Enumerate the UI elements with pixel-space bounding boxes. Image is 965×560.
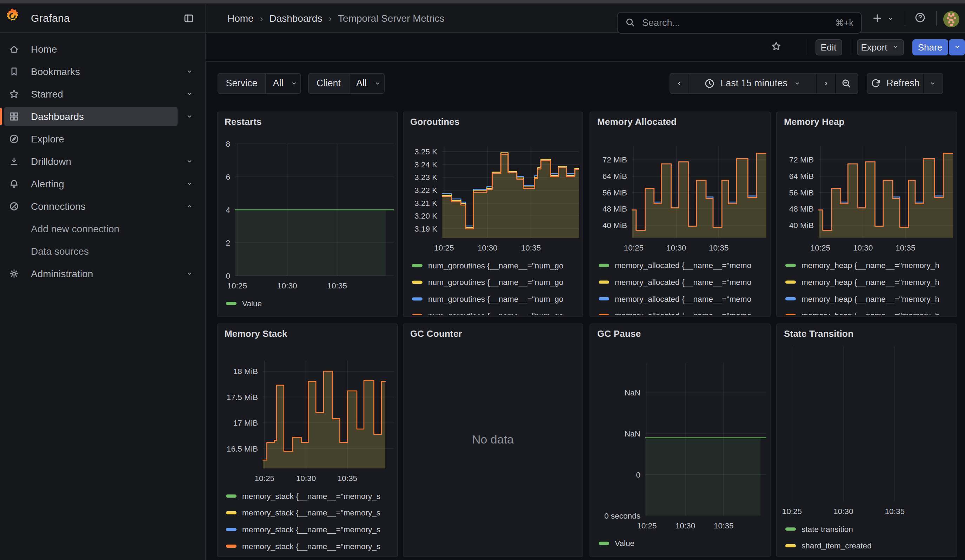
breadcrumb-separator: ›: [329, 13, 332, 23]
compass-icon: [8, 133, 20, 144]
client-filter[interactable]: Client All: [308, 73, 384, 94]
gear-icon: [8, 268, 20, 279]
chevron-down-icon[interactable]: [185, 157, 194, 165]
legend-item: shard_item_created: [801, 541, 872, 550]
svg-text:10:35: 10:35: [714, 521, 734, 530]
zoom-out-button[interactable]: [835, 73, 858, 93]
help-icon[interactable]: [914, 12, 926, 23]
svg-text:10:35: 10:35: [896, 243, 916, 252]
sidebar-item-bookmarks[interactable]: Bookmarks: [4, 61, 178, 81]
edit-button[interactable]: Edit: [815, 39, 842, 55]
sidebar-item-drilldown[interactable]: Drilldown: [4, 151, 178, 171]
grafana-logo-icon[interactable]: [5, 7, 20, 24]
svg-text:17.5 MiB: 17.5 MiB: [227, 393, 258, 402]
chevron-down-icon[interactable]: [185, 269, 194, 278]
svg-text:10:25: 10:25: [811, 243, 831, 252]
sidebar-item-home[interactable]: Home: [4, 39, 178, 59]
share-menu-button[interactable]: [949, 39, 965, 55]
svg-text:40 MiB: 40 MiB: [602, 221, 627, 230]
svg-text:40 MiB: 40 MiB: [789, 221, 814, 230]
panel-restarts: Restarts0246810:2510:3010:35Value: [217, 112, 397, 317]
legend-item: memory_stack {__name__="memory_s: [242, 491, 380, 500]
chevron-down-icon[interactable]: [185, 112, 194, 120]
legend-item: memory_heap {__name__="memory_h: [801, 261, 939, 270]
time-back-button[interactable]: [670, 73, 688, 93]
svg-text:72 MiB: 72 MiB: [602, 155, 627, 164]
chevron-down-icon[interactable]: [185, 67, 194, 75]
chevron-left-icon: [675, 79, 683, 87]
breadcrumb-home[interactable]: Home: [227, 13, 254, 24]
sidebar-item-add-new-connection[interactable]: Add new connection: [4, 219, 178, 238]
sidebar-item-label: Administration: [31, 268, 93, 279]
sidebar-item-administration[interactable]: Administration: [4, 263, 178, 283]
time-range-picker[interactable]: Last 15 minutes: [688, 73, 816, 93]
sidebar-item-starred[interactable]: Starred: [4, 84, 178, 103]
refresh-button[interactable]: Refresh: [867, 73, 922, 93]
chevron-down-icon: [953, 43, 961, 51]
panel-mem-heap: Memory Heap40 MiB48 MiB56 MiB64 MiB72 Mi…: [776, 112, 957, 317]
sidebar-item-alerting[interactable]: Alerting: [4, 174, 178, 193]
breadcrumb: Home › Dashboards › Temporal Server Metr…: [227, 4, 445, 32]
sidebar-item-data-sources[interactable]: Data sources: [4, 241, 178, 261]
export-button[interactable]: Export: [857, 39, 904, 55]
svg-text:10:30: 10:30: [853, 243, 873, 252]
sidebar-item-label: Home: [31, 43, 57, 54]
chevron-down-icon: [891, 43, 900, 51]
chevron-down-icon[interactable]: [886, 15, 895, 23]
zoom-out-icon: [841, 78, 852, 89]
chevron-down-icon: [290, 79, 298, 87]
svg-text:10:30: 10:30: [666, 243, 686, 252]
share-button[interactable]: Share: [913, 39, 948, 55]
legend-item: memory_heap {__name__="memory_h: [801, 278, 939, 287]
panel-gc-counter: GC CounterNo data: [402, 323, 583, 557]
svg-text:10:35: 10:35: [885, 507, 905, 516]
refresh-controls: Refresh: [867, 73, 943, 94]
time-controls: Last 15 minutes: [669, 73, 858, 94]
breadcrumb-dashboards[interactable]: Dashboards: [269, 13, 322, 24]
sidebar-item-label: Alerting: [31, 178, 64, 189]
svg-text:10:35: 10:35: [338, 474, 358, 482]
add-icon[interactable]: [872, 13, 883, 24]
refresh-interval-button[interactable]: [922, 73, 942, 93]
favorite-star-icon[interactable]: [770, 41, 782, 52]
svg-text:3.22 K: 3.22 K: [414, 186, 437, 195]
nav-divider: [936, 11, 937, 26]
sidebar-item-label: Explore: [31, 133, 64, 144]
search-input[interactable]: Search... ⌘+k: [617, 11, 862, 33]
chevron-down-icon: [929, 79, 937, 87]
sidebar-item-label: Bookmarks: [31, 65, 80, 77]
service-filter[interactable]: Service All: [217, 73, 301, 94]
legend-item: memory_allocated {__name__="memo: [615, 261, 751, 270]
chart-mem-heap: 40 MiB48 MiB56 MiB64 MiB72 MiB10:2510:30…: [782, 116, 953, 315]
time-forward-button[interactable]: [816, 73, 835, 93]
legend-item: Value: [242, 299, 262, 308]
legend-item: Value: [615, 539, 635, 547]
home-icon: [8, 43, 20, 54]
refresh-label: Refresh: [886, 78, 920, 88]
sidebar-item-dashboards[interactable]: Dashboards: [4, 106, 178, 126]
legend-item: memory_allocated {__name__="memo: [615, 295, 751, 304]
sidebar-item-explore[interactable]: Explore: [4, 129, 178, 149]
chevron-down-icon[interactable]: [185, 90, 194, 98]
client-filter-value: All: [356, 78, 367, 88]
collapse-sidebar-icon[interactable]: [183, 13, 195, 24]
chart-state-transition: 10:2510:3010:35state transitionshard_ite…: [782, 328, 953, 555]
legend-item: num_goroutines {__name__="num_go: [428, 278, 563, 287]
svg-text:6: 6: [226, 173, 230, 181]
clock-icon: [703, 78, 715, 89]
product-name: Grafana: [31, 4, 70, 32]
legend-item: memory_allocated {__name__="memo: [615, 311, 751, 315]
chevron-down-icon[interactable]: [185, 179, 194, 188]
bookmark-icon: [8, 65, 20, 77]
panel-state-transition: State Transition10:2510:3010:35state tra…: [776, 323, 957, 557]
svg-text:2: 2: [226, 238, 230, 247]
svg-text:3.25 K: 3.25 K: [414, 147, 437, 156]
chevron-up-icon[interactable]: [185, 202, 194, 210]
toolbar-divider: [806, 39, 806, 55]
search-placeholder: Search...: [642, 17, 680, 28]
grid-icon: [8, 111, 20, 122]
sidebar-item-connections[interactable]: Connections: [4, 196, 178, 216]
avatar[interactable]: [943, 11, 959, 27]
svg-text:10:25: 10:25: [254, 474, 275, 482]
chart-goroutines: 3.19 K3.20 K3.21 K3.22 K3.23 K3.24 K3.25…: [408, 116, 579, 315]
